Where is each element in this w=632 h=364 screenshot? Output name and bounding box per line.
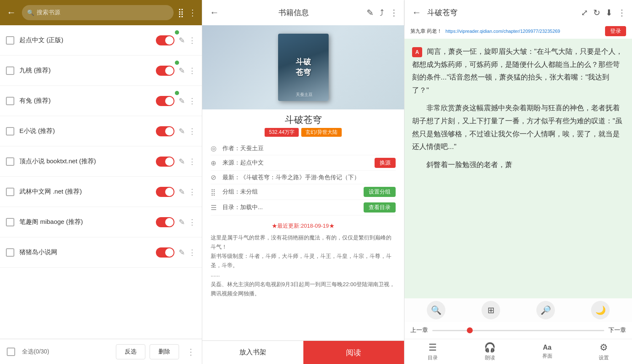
- online-dot-2: [175, 91, 179, 95]
- source-toggle-1[interactable]: [156, 66, 174, 76]
- bookinfo-icons: ✎ ⤴ ⋮: [367, 8, 398, 18]
- source-checkbox-3[interactable]: [6, 127, 14, 136]
- night-mode-button[interactable]: 🌙: [591, 301, 610, 319]
- edit-source-icon-1[interactable]: ✎: [179, 66, 185, 75]
- nav-interface[interactable]: Aa 界面: [542, 344, 552, 360]
- sources-footer: 全选(0/30) 反选 删除 ⋮: [0, 339, 202, 364]
- source-more-icon-2[interactable]: ⋮: [188, 96, 196, 106]
- topbar-icons: ⣿ ⋮: [178, 8, 197, 18]
- desc-body: 这里是属于斗气的世界，没有花俏艳丽的魔法，有的，仅仅是繁衍到巅峰的斗气！ 新书等…: [211, 233, 396, 298]
- source-list-item: 笔趣阁 mibaoge (推荐) ✎ ⋮: [0, 207, 202, 237]
- login-button[interactable]: 登录: [605, 26, 626, 36]
- tts-icon[interactable]: ⤢: [581, 8, 588, 18]
- tts-nav-label: 朗读: [485, 354, 495, 361]
- more-menu-icon[interactable]: ⋮: [188, 8, 197, 18]
- source-icon: ⊕: [211, 159, 219, 167]
- reader-content: A 闻言，萧炎一怔，旋即眉头大皱："在斗气大陆，只要是个人，都想成为炼药师，可炼…: [404, 39, 632, 298]
- source-checkbox-5[interactable]: [6, 188, 14, 196]
- source-name-4: 顶点小说 booktxt.net (推荐): [19, 157, 156, 165]
- nav-settings[interactable]: ⚙ 设置: [599, 342, 609, 361]
- shelf-button[interactable]: 放入书架: [202, 341, 303, 364]
- edit-source-icon-6[interactable]: ✎: [179, 218, 185, 227]
- footer-more-icon[interactable]: ⋮: [187, 347, 195, 357]
- search-box[interactable]: 🔍 搜索书源: [22, 5, 174, 20]
- delete-button[interactable]: 删除: [150, 344, 179, 359]
- edit-source-icon-2[interactable]: ✎: [179, 96, 185, 106]
- nav-catalog[interactable]: ☰ 目录: [428, 342, 438, 361]
- edit-source-icon-4[interactable]: ✎: [179, 157, 185, 166]
- source-checkbox-6[interactable]: [6, 218, 14, 226]
- edit-source-icon-7[interactable]: ✎: [179, 248, 185, 257]
- source-toggle-3[interactable]: [156, 126, 174, 136]
- view-catalog-button[interactable]: 查看目录: [364, 202, 396, 213]
- reader-icons: ⤢ ↻ ⬇ ⋮: [581, 8, 626, 18]
- source-checkbox-7[interactable]: [6, 248, 14, 257]
- interface-nav-icon: Aa: [543, 344, 551, 351]
- source-name-1: 九桃 (推荐): [19, 66, 156, 74]
- set-group-button[interactable]: 设置分组: [364, 187, 396, 197]
- book-meta: ◎ 作者：天蚕土豆 ⊕ 来源：起点中文 换源 ⊘ 最新：《斗破苍穹：斗帝之路》手…: [202, 142, 404, 215]
- change-source-button[interactable]: 换源: [375, 158, 396, 168]
- reader-more-icon[interactable]: ⋮: [618, 8, 626, 18]
- author-icon: ◎: [211, 144, 219, 152]
- download-icon[interactable]: ⬇: [605, 8, 613, 18]
- search-text-button[interactable]: 🔍: [427, 301, 445, 319]
- source-list-item: 猪猪岛小说网 ✎ ⋮: [0, 237, 202, 268]
- tts-nav-icon: 🎧: [484, 342, 495, 353]
- meta-latest: ⊘ 最新：《斗破苍穹：斗帝之路》手游·角色传记（下）: [211, 171, 396, 184]
- source-name-7: 猪猪岛小说网: [19, 248, 156, 256]
- bookinfo-back-button[interactable]: ←: [208, 5, 221, 20]
- share-book-icon[interactable]: ⤴: [380, 8, 384, 18]
- source-checkbox-4[interactable]: [6, 157, 14, 166]
- source-checkbox-0[interactable]: [6, 36, 14, 45]
- edit-source-icon-0[interactable]: ✎: [179, 36, 185, 45]
- translate-button[interactable]: ⊞: [482, 301, 500, 319]
- refresh-icon[interactable]: ↻: [593, 8, 600, 18]
- url-text: https://vipreader.qidian.com/chapter/120…: [445, 29, 602, 34]
- author-text: 作者：天蚕土豆: [222, 145, 396, 152]
- latest-text: 最新：《斗破苍穹：斗帝之路》手游·角色传记（下）: [222, 174, 396, 181]
- search-icon: 🔍: [27, 9, 34, 16]
- para3-text: 斜瞥着一脸勉强的老者，萧: [426, 161, 512, 169]
- source-toggle-0[interactable]: [156, 35, 174, 45]
- source-toggle-4[interactable]: [156, 157, 174, 167]
- qr-icon[interactable]: ⣿: [178, 8, 184, 18]
- source-more-icon-4[interactable]: ⋮: [188, 157, 196, 166]
- next-chapter-button[interactable]: 下一章: [608, 327, 626, 334]
- zoom-button[interactable]: 🔎: [536, 301, 555, 319]
- progress-bar[interactable]: [432, 330, 604, 331]
- source-list-item: 有兔 (推荐) ✎ ⋮: [0, 86, 202, 116]
- source-toggle-6[interactable]: [156, 217, 174, 227]
- online-dot-0: [175, 30, 179, 35]
- source-checkbox-1[interactable]: [6, 66, 14, 75]
- source-more-icon-1[interactable]: ⋮: [188, 66, 196, 75]
- source-name-3: E小说 (推荐): [19, 127, 156, 135]
- source-checkbox-2[interactable]: [6, 97, 14, 105]
- bookinfo-more-icon[interactable]: ⋮: [390, 8, 398, 18]
- source-more-icon-0[interactable]: ⋮: [188, 36, 196, 45]
- source-more-icon-5[interactable]: ⋮: [188, 187, 196, 197]
- source-toggle-2[interactable]: [156, 96, 174, 106]
- edit-source-icon-3[interactable]: ✎: [179, 127, 185, 136]
- online-dot-1: [175, 61, 179, 65]
- edit-book-icon[interactable]: ✎: [367, 8, 374, 18]
- source-toggle-5[interactable]: [156, 187, 174, 197]
- source-name-0: 起点中文 (正版): [19, 36, 156, 44]
- book-main-title: 斗破苍穹: [285, 109, 322, 128]
- edit-source-icon-5[interactable]: ✎: [179, 187, 185, 197]
- source-name-2: 有兔 (推荐): [19, 97, 156, 105]
- read-button[interactable]: 阅读: [303, 341, 404, 364]
- prev-chapter-button[interactable]: 上一章: [410, 327, 428, 334]
- reader-back-button[interactable]: ←: [410, 5, 423, 20]
- source-toggle-7[interactable]: [156, 247, 174, 258]
- sources-topbar: ← 🔍 搜索书源 ⣿ ⋮: [0, 0, 202, 25]
- select-all-checkbox[interactable]: [7, 348, 15, 356]
- nav-tts[interactable]: 🎧 朗读: [484, 342, 495, 361]
- source-more-icon-3[interactable]: ⋮: [188, 127, 196, 136]
- source-more-icon-6[interactable]: ⋮: [188, 218, 196, 227]
- book-footer: 放入书架 阅读: [202, 340, 404, 364]
- sources-back-button[interactable]: ←: [5, 5, 18, 20]
- reverse-select-button[interactable]: 反选: [116, 344, 145, 359]
- source-more-icon-7[interactable]: ⋮: [188, 248, 196, 257]
- tag-genre: 玄幻/异世大陆: [301, 128, 341, 137]
